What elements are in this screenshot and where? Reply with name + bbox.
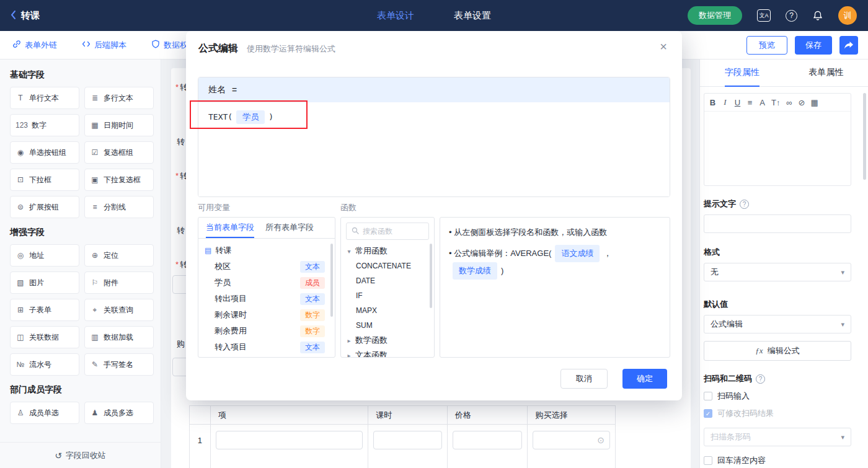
subform-cell-input[interactable]: [453, 431, 523, 449]
link-icon[interactable]: ∞: [786, 98, 792, 107]
panel-scrollbar[interactable]: [863, 93, 866, 180]
bold-icon[interactable]: B: [709, 98, 716, 107]
scan-input-checkbox[interactable]: 扫码输入: [704, 391, 851, 402]
enter-clear-checkbox[interactable]: 回车清空内容: [704, 455, 851, 466]
clock-icon: ⊙: [597, 435, 604, 445]
form-external-link[interactable]: 表单外链: [12, 40, 57, 51]
variable-item[interactable]: 校区 文本: [198, 258, 335, 275]
field-recycle-bin[interactable]: ↺ 字段回收站: [0, 442, 161, 468]
tab-all-form-fields[interactable]: 所有表单字段: [265, 218, 314, 238]
field-type-item[interactable]: ◫ 关联数据: [10, 326, 79, 348]
confirm-button[interactable]: 确定: [622, 369, 667, 389]
function-group-math[interactable]: ▸ 数学函数: [341, 333, 434, 348]
tab-form-properties[interactable]: 表单属性: [784, 60, 868, 86]
function-search-input[interactable]: [363, 227, 423, 236]
section-title-member-fields: 部门成员字段: [10, 384, 161, 395]
field-type-item[interactable]: ≡ 分割线: [84, 196, 154, 218]
variable-item[interactable]: 转入项目 文本: [198, 339, 335, 355]
underline-icon[interactable]: U: [734, 98, 741, 107]
preview-button[interactable]: 预览: [746, 36, 787, 55]
field-type-item[interactable]: ⊜ 扩展按钮: [10, 196, 79, 218]
field-type-item[interactable]: ⚐ 附件: [84, 272, 154, 294]
field-type-item[interactable]: ✎ 手写签名: [84, 353, 154, 376]
field-type-item[interactable]: T 单行文本: [10, 87, 79, 109]
tab-current-form-fields[interactable]: 当前表单字段: [206, 218, 254, 238]
chevron-right-icon: ▸: [346, 337, 352, 344]
format-select[interactable]: 无 ▾: [704, 263, 851, 281]
field-type-item[interactable]: ▥ 数据加载: [84, 326, 154, 348]
avatar[interactable]: 训: [838, 6, 857, 25]
function-item[interactable]: IF: [341, 288, 434, 303]
back-button[interactable]: 转课: [10, 10, 40, 22]
functions-scrollbar[interactable]: [430, 244, 432, 308]
subform-cell-input[interactable]: [373, 431, 442, 449]
backend-script-link[interactable]: 后端脚本: [82, 40, 126, 51]
formula-input-area[interactable]: TEXT(学员): [198, 102, 670, 196]
field-type-item[interactable]: ⌖ 关联查询: [84, 299, 154, 321]
tab-form-settings[interactable]: 表单设置: [454, 10, 491, 22]
field-type-item[interactable]: ◉ 单选按钮组: [10, 141, 79, 164]
field-type-item[interactable]: 123 数字: [10, 114, 79, 136]
font-size-icon[interactable]: T↑: [771, 98, 780, 107]
field-type-item[interactable]: ⊕ 定位: [84, 244, 154, 267]
edit-formula-button[interactable]: ƒx 编辑公式: [704, 341, 851, 361]
related-data-icon: ◫: [16, 333, 25, 342]
field-type-item[interactable]: ⊡ 下拉框: [10, 169, 79, 191]
form-root-node[interactable]: ▤ 转课: [198, 242, 335, 258]
notification-bell-icon[interactable]: [812, 10, 823, 21]
variable-item[interactable]: 剩余费用 数字: [198, 323, 335, 339]
field-type-item[interactable]: ☑ 复选框组: [84, 141, 154, 164]
field-type-item[interactable]: ◎ 地址: [10, 244, 79, 267]
translate-icon[interactable]: 文A: [757, 9, 771, 22]
scan-section-label: 扫码和二维码 ?: [704, 373, 851, 384]
field-type-item[interactable]: ♙ 成员单选: [10, 402, 79, 424]
question-icon[interactable]: ?: [740, 200, 749, 209]
variable-item[interactable]: 剩余课时 数字: [198, 307, 335, 323]
field-type-label: 下拉复选框: [104, 175, 141, 185]
tab-field-properties[interactable]: 字段属性: [700, 60, 784, 86]
topbar: 转课 表单设计 表单设置 数据管理 文A ? 训: [0, 0, 868, 31]
question-icon[interactable]: ?: [756, 374, 765, 384]
insert-image-icon[interactable]: ▦: [810, 98, 818, 107]
field-type-label: 子表单: [29, 305, 51, 316]
variable-item[interactable]: 转出项目 文本: [198, 291, 335, 307]
variable-item[interactable]: 学员 成员: [198, 275, 335, 291]
hint-text-input[interactable]: [704, 214, 851, 233]
default-value-select[interactable]: 公式编辑 ▾: [704, 315, 851, 333]
function-group-common[interactable]: ▾ 常用函数: [341, 244, 434, 258]
data-manage-button[interactable]: 数据管理: [688, 6, 742, 25]
save-button[interactable]: 保存: [795, 36, 832, 55]
cancel-button[interactable]: 取消: [560, 369, 608, 389]
label-rich-text-editor[interactable]: B I U ≡ A T↑ ∞ ⊘ ▦: [704, 93, 851, 186]
field-type-item[interactable]: ▦ 日期时间: [84, 114, 154, 136]
align-icon[interactable]: ≡: [746, 98, 753, 107]
close-icon[interactable]: ×: [660, 40, 667, 54]
field-type-item[interactable]: ▧ 图片: [10, 272, 79, 294]
field-type-item[interactable]: ⊞ 子表单: [10, 299, 79, 321]
field-type-tag: 文本: [300, 293, 325, 305]
help-icon[interactable]: ?: [786, 10, 797, 22]
field-type-item[interactable]: № 流水号: [10, 353, 79, 376]
subform-cell-input[interactable]: ⊙: [533, 431, 610, 449]
field-type-item[interactable]: ≣ 多行文本: [84, 87, 154, 109]
field-type-label: 流水号: [29, 360, 51, 370]
function-item[interactable]: DATE: [341, 273, 434, 288]
function-group-text[interactable]: ▸ 文本函数: [341, 348, 434, 358]
italic-icon[interactable]: I: [722, 97, 728, 107]
subform-cell-input[interactable]: [216, 431, 363, 449]
field-token[interactable]: 学员: [236, 110, 265, 124]
tab-form-design[interactable]: 表单设计: [377, 10, 414, 22]
share-button[interactable]: [839, 36, 858, 55]
function-item[interactable]: CONCATENATE: [341, 258, 434, 273]
variables-scrollbar[interactable]: [330, 244, 333, 317]
field-type-item[interactable]: ♟ 成员多选: [84, 402, 154, 424]
function-item[interactable]: MAPX: [341, 303, 434, 318]
field-type-item[interactable]: ▣ 下拉复选框: [84, 169, 154, 191]
function-search[interactable]: [346, 223, 429, 240]
example-field-token: 数学成绩: [453, 262, 497, 280]
function-item[interactable]: SUM: [341, 318, 434, 333]
default-value-label: 默认值: [704, 299, 851, 310]
font-color-icon[interactable]: A: [759, 98, 766, 107]
field-type-label: 附件: [104, 278, 118, 288]
unlink-icon[interactable]: ⊘: [798, 98, 805, 107]
